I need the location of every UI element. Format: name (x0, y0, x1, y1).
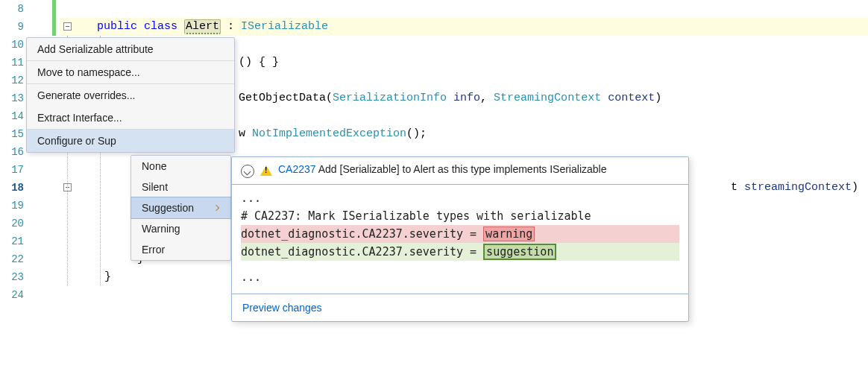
text: : (221, 20, 241, 33)
menu-item-suggestion[interactable]: Suggestion (130, 197, 231, 219)
code-line (97, 0, 868, 18)
collapse-icon[interactable] (241, 165, 254, 178)
menu-item-configure-suppress[interactable]: Configure or Sup (27, 130, 234, 152)
text: t (731, 181, 744, 194)
line-number: 22 (0, 250, 24, 268)
type-name: NotImplementedException (252, 127, 406, 140)
line-number: 23 (0, 268, 24, 286)
diagnostic-preview-popup: CA2237 Add [Serializable] to Alert as th… (231, 156, 689, 322)
param: context (601, 92, 655, 104)
preview-header: CA2237 Add [Serializable] to Alert as th… (232, 157, 688, 184)
diagnostic-title: CA2237 Add [Serializable] to Alert as th… (278, 163, 606, 175)
text: (); (406, 127, 427, 140)
line-number-gutter: 8 9 10 11 12 13 14 15 16 17 18 19 20 21 … (0, 0, 30, 374)
keyword: class (144, 20, 177, 33)
label: Error (142, 244, 165, 256)
line-number: 9 (0, 18, 24, 36)
param: info (447, 92, 480, 104)
rule-link[interactable]: CA2237 (278, 163, 316, 175)
preview-changes-link[interactable]: Preview changes (232, 294, 688, 321)
menu-item-move-namespace[interactable]: Move to namespace... (27, 61, 234, 83)
menu-item-extract-interface[interactable]: Extract Interface... (27, 107, 234, 129)
severity-submenu: None Silent Suggestion Warning Error (130, 155, 231, 261)
ellipsis: ... (241, 268, 679, 286)
chevron-right-icon (213, 205, 219, 211)
line-number: 8 (0, 0, 24, 18)
label: Suggestion (142, 202, 194, 214)
text: () { } (239, 56, 279, 69)
line-number: 14 (0, 107, 24, 125)
diagnostic-text: Add [Serializable] to Alert as this type… (316, 163, 607, 175)
menu-item-none[interactable]: None (131, 156, 230, 177)
menu-item-warning[interactable]: Warning (131, 218, 230, 239)
line-number: 19 (0, 197, 24, 215)
text: dotnet_diagnostic.CA2237.severity = (241, 227, 483, 241)
label: Silent (142, 181, 168, 193)
code-line: public class Alert : ISerializable (97, 18, 868, 36)
line-number: 17 (0, 161, 24, 179)
param: streamingContext (744, 181, 852, 194)
diff-removed-line: dotnet_diagnostic.CA2237.severity = warn… (241, 225, 679, 243)
line-number: 16 (0, 143, 24, 161)
label: None (142, 160, 166, 172)
diff-context: # CA2237: Mark ISerializable types with … (241, 207, 679, 225)
type-name: ISerializable (241, 20, 328, 33)
line-number: 11 (0, 54, 24, 72)
spacer (241, 261, 679, 268)
menu-item-add-serializable[interactable]: Add Serializable attribute (27, 38, 234, 60)
keyword: public (97, 20, 137, 33)
menu-item-error[interactable]: Error (131, 239, 230, 260)
text: ) (852, 181, 858, 194)
line-number: 24 (0, 286, 24, 304)
diff-added-line: dotnet_diagnostic.CA2237.severity = sugg… (241, 243, 679, 261)
warning-icon (260, 165, 272, 176)
line-number-current: 18 (0, 179, 24, 197)
class-name: Alert (184, 19, 221, 34)
menu-item-generate-overrides[interactable]: Generate overrides... (27, 84, 234, 107)
diff-preview: ... # CA2237: Mark ISerializable types w… (232, 185, 688, 294)
method-name: GetObjectData (239, 92, 326, 104)
text: , (480, 92, 494, 104)
menu-item-silent[interactable]: Silent (131, 177, 230, 197)
text: dotnet_diagnostic.CA2237.severity = (241, 245, 483, 259)
removed-token: warning (483, 226, 535, 241)
type-name: StreamingContext (494, 92, 601, 104)
line-number: 13 (0, 89, 24, 107)
label: Warning (142, 223, 180, 235)
added-token: suggestion (483, 244, 556, 260)
line-number: 10 (0, 36, 24, 54)
line-number: 15 (0, 125, 24, 143)
text: w (239, 127, 252, 140)
type-name: SerializationInfo (333, 92, 447, 104)
ellipsis: ... (241, 189, 679, 207)
line-number: 12 (0, 72, 24, 89)
line-number: 21 (0, 232, 24, 250)
line-number: 20 (0, 215, 24, 232)
text: } (104, 270, 111, 283)
change-indicator (52, 0, 56, 36)
text: ) (655, 92, 661, 104)
quick-actions-menu: Add Serializable attribute Move to names… (26, 37, 235, 153)
